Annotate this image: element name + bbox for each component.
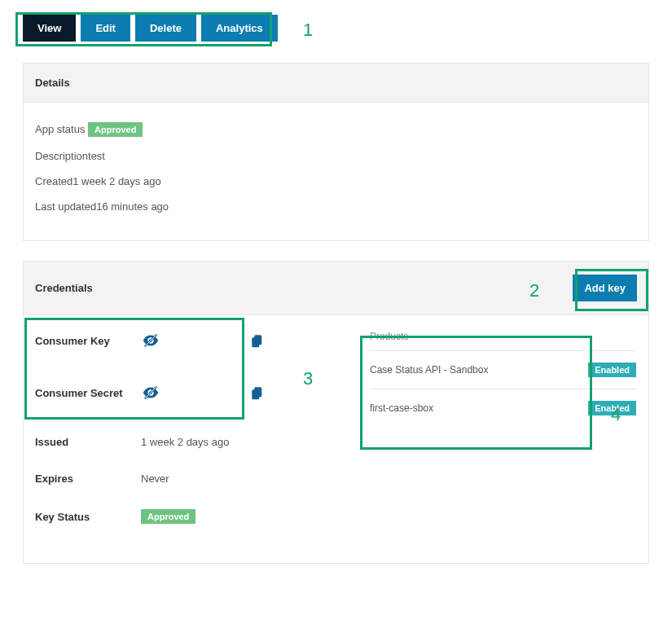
- clipboard-icon: [250, 332, 265, 349]
- description-value: test: [88, 150, 105, 162]
- issued-label: Issued: [35, 436, 141, 448]
- tab-bar: View Edit Delete Analytics: [23, 15, 649, 42]
- toggle-consumer-secret-visibility[interactable]: [141, 384, 160, 402]
- product-row: first-case-sbox Enabled: [370, 389, 636, 427]
- copy-consumer-key[interactable]: [250, 332, 265, 349]
- product-row: Case Status API - Sandbox Enabled: [370, 351, 636, 389]
- svg-rect-9: [252, 389, 259, 399]
- product-status-badge: Enabled: [588, 401, 636, 415]
- consumer-key-label: Consumer Key: [35, 335, 141, 347]
- toggle-consumer-key-visibility[interactable]: [141, 332, 160, 349]
- credentials-title: Credentials: [35, 282, 93, 294]
- expires-label: Expires: [35, 473, 141, 485]
- description-label: Description: [35, 150, 88, 162]
- expires-value: Never: [141, 473, 169, 485]
- eye-off-icon: [141, 332, 160, 349]
- app-status-badge: Approved: [88, 122, 143, 137]
- credentials-header: Credentials Add key: [24, 262, 648, 315]
- key-status-label: Key Status: [35, 511, 141, 523]
- details-panel: Details App status Approved Descriptiont…: [23, 63, 649, 241]
- products-box: Products Case Status API - Sandbox Enabl…: [369, 325, 637, 428]
- last-updated-value: 16 minutes ago: [96, 200, 169, 213]
- last-updated-label: Last updated: [35, 200, 96, 213]
- tab-analytics[interactable]: Analytics: [201, 15, 278, 42]
- products-header: Products: [370, 326, 636, 351]
- app-status-label: App status: [35, 123, 85, 135]
- svg-rect-4: [252, 337, 259, 347]
- credentials-panel: Credentials Add key Consumer Key: [23, 261, 649, 564]
- product-name: Case Status API - Sandbox: [370, 364, 488, 376]
- details-header: Details: [24, 64, 648, 103]
- tab-delete[interactable]: Delete: [135, 15, 196, 42]
- product-name: first-case-sbox: [370, 402, 433, 414]
- details-title: Details: [35, 77, 70, 89]
- tab-view[interactable]: View: [23, 15, 76, 42]
- issued-value: 1 week 2 days ago: [141, 436, 229, 448]
- key-status-badge: Approved: [141, 509, 195, 524]
- copy-consumer-secret[interactable]: [250, 385, 265, 401]
- consumer-secret-label: Consumer Secret: [35, 387, 141, 399]
- add-key-button[interactable]: Add key: [573, 275, 637, 301]
- tab-edit[interactable]: Edit: [81, 15, 130, 42]
- eye-off-icon: [141, 384, 160, 402]
- created-label: Created: [35, 175, 72, 187]
- product-status-badge: Enabled: [588, 363, 636, 377]
- created-value: 1 week 2 days ago: [72, 175, 160, 187]
- clipboard-icon: [250, 385, 265, 401]
